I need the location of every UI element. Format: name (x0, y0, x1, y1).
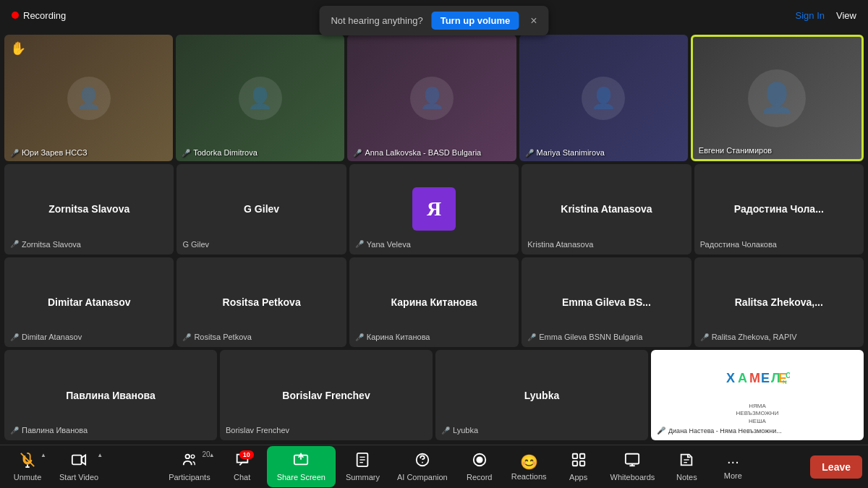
unmute-button[interactable]: Unmute ▲ (6, 449, 49, 484)
avatar-todorka: 👤 (239, 77, 282, 120)
tile-lyubka[interactable]: Lyubka 🎤 Lyubka (435, 350, 648, 440)
participants-caret[interactable]: ▲ (209, 452, 215, 458)
ai-companion-button[interactable]: AI Companion (390, 449, 455, 484)
sub-pavlina: 🎤 Павлина Иванова (10, 426, 88, 435)
video-tile-evgeni[interactable]: 👤 Евгени Станимиров (691, 35, 864, 161)
avatar-ya: Я (412, 187, 456, 231)
name-row-4: Павлина Иванова 🎤 Павлина Иванова Borisl… (4, 350, 864, 440)
more-icon: ··· (727, 453, 739, 470)
close-notification-button[interactable]: × (530, 14, 537, 27)
tile-radostina[interactable]: Радостина Чола... Радостина Чолакова (694, 164, 864, 254)
tile-borislav[interactable]: Borislav Frenchev Borislav Frenchev (220, 350, 433, 440)
chat-label: Chat (234, 473, 250, 481)
svg-point-20 (422, 462, 423, 463)
more-label: More (724, 471, 742, 480)
name-label-todorka: 🎤 Todorka Dimitrova (182, 148, 258, 157)
video-label: Start Video (59, 473, 98, 481)
tile-emma[interactable]: Emma Gileva BS... 🎤 Emma Gileva BSNN Bul… (522, 257, 691, 348)
more-button[interactable]: ··· More (711, 450, 754, 483)
reactions-button[interactable]: 😊 Reactions (504, 450, 554, 484)
muted-emma: 🎤 (527, 333, 536, 341)
tile-karina[interactable]: Карина Китанова 🎤 Карина Китанова (349, 257, 519, 348)
recording-badge: Recording (12, 10, 66, 21)
sub-borislav: Borislav Frenchev (226, 426, 289, 435)
sub-kristina: Kristina Atanasova (527, 240, 593, 249)
svg-point-12 (185, 455, 190, 459)
svg-text:М: М (749, 371, 760, 385)
record-button[interactable]: Record (458, 449, 501, 484)
video-row-1: ✋ 👤 🎤 Юри Зарев НССЗ 👤 🎤 Todorka Dimitro… (4, 35, 864, 161)
hand-raise-icon: ✋ (10, 40, 26, 56)
muted-pavlina: 🎤 (10, 427, 19, 435)
video-caret[interactable]: ▲ (97, 452, 103, 458)
video-tile-anna[interactable]: 👤 🎤 Anna Lalkovska - BASD Bulgaria (347, 35, 516, 161)
avatar-evgeni: 👤 (748, 69, 806, 127)
tile-zornitsa[interactable]: Zornitsa Slavova 🎤 Zornitsa Slavova (4, 164, 174, 254)
summary-button[interactable]: Summary (339, 449, 387, 484)
muted-ralitsa: 🎤 (700, 333, 709, 341)
reactions-icon: 😊 (520, 453, 538, 471)
muted-yana: 🎤 (355, 240, 364, 248)
svg-text:N: N (783, 379, 787, 385)
svg-text:Е: Е (761, 371, 770, 385)
notification-bar: Not hearing anything? Turn up volume × (319, 6, 548, 35)
summary-label: Summary (346, 473, 380, 481)
tile-ralitsa[interactable]: Ralitsa Zhekova,... 🎤 Ralitsa Zhekova, R… (694, 257, 864, 348)
sub-lyubka: 🎤 Lyubka (441, 426, 478, 435)
notes-icon (678, 452, 694, 471)
turn-up-volume-button[interactable]: Turn up volume (432, 12, 519, 30)
muted-zornitsa: 🎤 (10, 240, 19, 248)
share-screen-button[interactable]: Share Screen (267, 446, 336, 487)
whiteboards-label: Whiteboards (610, 473, 655, 481)
name-label-mariya: 🎤 Mariya Stanimirova (525, 148, 605, 157)
sub-ralitsa: 🎤 Ralitsa Zhekova, RAPIV (700, 333, 797, 341)
tile-dimitar[interactable]: Dimitar Atanasov 🎤 Dimitar Atanasov (4, 257, 174, 348)
sign-in-link[interactable]: Sign In (796, 10, 825, 21)
apps-button[interactable]: Apps (557, 449, 600, 484)
view-btn[interactable]: View (836, 10, 856, 21)
recording-dot (12, 12, 19, 19)
svg-rect-26 (579, 461, 584, 466)
name-row-3: Dimitar Atanasov 🎤 Dimitar Atanasov Rosi… (4, 257, 864, 348)
name-label-anna: 🎤 Anna Lalkovska - BASD Bulgaria (353, 148, 481, 157)
sub-ggilev: G Gilev (182, 240, 209, 249)
tile-pavlina[interactable]: Павлина Иванова 🎤 Павлина Иванова (4, 350, 217, 440)
sub-dimitar: 🎤 Dimitar Atanasov (10, 333, 82, 341)
svg-rect-25 (572, 461, 576, 466)
mic-icon-mariya: 🎤 (525, 149, 534, 157)
share-label: Share Screen (277, 473, 326, 481)
tile-ggilev[interactable]: G Gilev G Gilev (176, 164, 346, 254)
notes-label: Notes (676, 473, 697, 481)
tile-yana[interactable]: Я 🎤 Yana Veleva (349, 164, 519, 254)
apps-label: Apps (569, 473, 587, 481)
svg-text:Х: Х (726, 371, 735, 385)
video-tile-mariya[interactable]: 👤 🎤 Mariya Stanimirova (519, 35, 688, 161)
tile-kristina[interactable]: Kristina Atanasova Kristina Atanasova (522, 164, 691, 254)
companion-icon (414, 452, 430, 471)
video-tile-yuri[interactable]: ✋ 👤 🎤 Юри Зарев НССЗ (4, 35, 173, 161)
whiteboards-button[interactable]: Whiteboards (603, 449, 663, 484)
notification-text: Not hearing anything? (331, 15, 422, 26)
video-tile-todorka[interactable]: 👤 🎤 Todorka Dimitrova (176, 35, 344, 161)
logo-image: Х А М Е Л Е O N НЯМАНЕВЪЗМОЖНИНЕША (725, 365, 790, 425)
chat-badge: 10 (239, 450, 254, 459)
muted-icon-anna: 🎤 (353, 149, 362, 157)
muted-diana: 🎤 (657, 427, 665, 435)
svg-text:А: А (738, 371, 747, 385)
svg-rect-27 (626, 454, 639, 464)
tile-rositsa[interactable]: Rositsa Petkova 🎤 Rositsa Petkova (176, 257, 346, 348)
chat-button[interactable]: 10 Chat (221, 449, 264, 484)
toolbar-left: Unmute ▲ Start Video ▲ (6, 449, 106, 484)
muted-icon-yuri: 🎤 (10, 149, 19, 157)
notes-button[interactable]: Notes (665, 449, 708, 484)
start-video-button[interactable]: Start Video ▲ (52, 449, 106, 484)
unmute-caret[interactable]: ▲ (41, 452, 46, 458)
record-icon (472, 452, 488, 471)
companion-label: AI Companion (397, 473, 448, 481)
participants-button[interactable]: 20 Participants ▲ (161, 449, 217, 484)
avatar-yuri: 👤 (67, 77, 111, 120)
avatar-anna: 👤 (410, 77, 454, 120)
apps-icon (571, 452, 587, 471)
leave-button[interactable]: Leave (810, 455, 862, 479)
tile-diana[interactable]: Х А М Е Л Е O N НЯМАНЕВЪЗМОЖНИНЕША 🎤 Диа… (651, 350, 864, 440)
